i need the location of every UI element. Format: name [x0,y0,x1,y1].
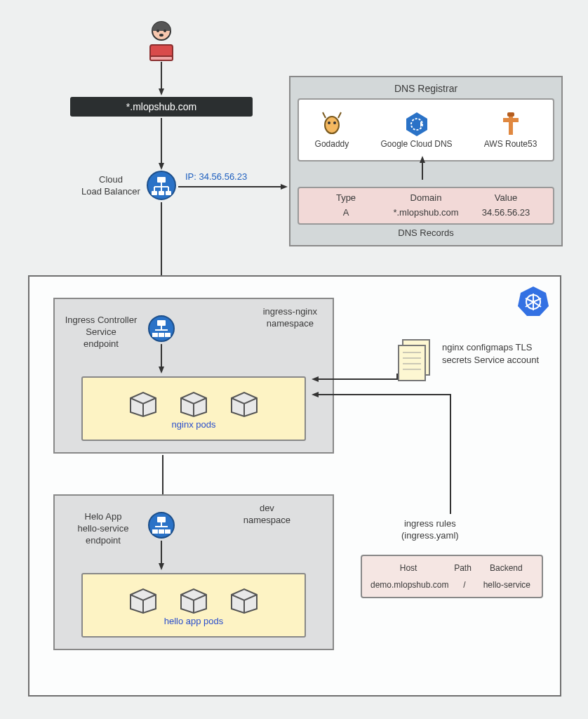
svg-marker-51 [159,367,164,374]
svg-point-2 [163,29,166,32]
dns-registrar-panel: DNS Registrar Godaddy Google Cloud DNS [289,76,563,246]
config-docs-icon [394,338,434,387]
domain-bar-text: *.mlopshub.com [126,101,196,112]
svg-marker-21 [281,184,288,190]
svg-rect-59 [399,345,425,381]
arrow-domain-to-lb [159,118,164,170]
svg-marker-64 [312,376,319,382]
ip-label: IP: 34.56.56.23 [185,171,247,182]
cloud-lb-label: Cloud Load Balancer [76,174,146,198]
svg-point-26 [333,121,336,124]
svg-rect-17 [152,191,157,195]
dns-registrar-title: DNS Registrar [298,83,554,94]
ns1-service-icon [147,315,175,345]
ing-hdr-host: Host [370,563,446,573]
user-at-laptop-icon [143,20,180,62]
svg-rect-11 [157,177,166,183]
dns-records-table: Type Domain Value A *.mlopshub.com 34.56… [298,187,554,225]
svg-marker-27 [406,112,427,136]
dev-namespace: dev namespace Helo App hello-service end… [53,494,334,650]
gcloud-dns-icon [403,111,430,136]
svg-marker-34 [420,156,425,163]
svg-point-24 [325,117,339,133]
pod-icon [178,585,209,613]
svg-rect-30 [509,114,513,135]
svg-rect-73 [159,529,164,534]
kubernetes-cluster: ingress-nginx namespace Ingress Controll… [28,275,561,697]
pod-icon [128,585,159,613]
ns1-tag: ingress-nginx namespace [263,306,317,330]
route53-icon [500,111,521,136]
dns-hdr-domain: Domain [386,192,466,203]
svg-rect-72 [152,529,158,534]
ns2-tag: dev namespace [243,503,290,527]
dns-records-header: Type Domain Value [306,192,546,203]
svg-marker-65 [312,392,319,397]
config-docs-label: nginx configmaps TLS secrets Service acc… [442,341,560,367]
svg-rect-49 [165,333,171,337]
svg-rect-74 [165,529,171,534]
domain-bar: *.mlopshub.com [70,97,253,117]
dns-records-row: A *.mlopshub.com 34.56.56.23 [306,207,546,218]
svg-rect-47 [152,333,158,337]
ing-hdr-backend: Backend [479,563,533,573]
arrow-configs-to-pods [310,374,400,390]
arrow-ns2-svc-to-pods [159,541,164,570]
registrar-godaddy: Godaddy [315,111,349,149]
dns-records-title: DNS Records [298,227,554,238]
arrow-ns1-svc-to-pods [159,344,164,374]
kubernetes-icon [518,285,549,318]
ing-row-backend: hello-service [481,580,533,590]
pod-icon [229,585,260,613]
nginx-pods-label: nginx pods [172,419,216,430]
ns2-svc-label: Helo App hello-service endpoint [65,511,142,547]
arrow-user-to-domain [159,62,164,95]
registrar-gcloud-label: Google Cloud DNS [381,139,453,149]
registrar-route53: AWS Route53 [484,111,537,149]
svg-rect-69 [157,517,166,522]
arrow-lb-to-dns [178,184,288,190]
dns-hdr-type: Type [306,192,386,203]
svg-point-1 [156,29,159,32]
dns-rec-type: A [306,207,386,218]
svg-marker-9 [159,163,164,170]
svg-rect-18 [159,191,164,195]
registrar-box: Godaddy Google Cloud DNS AWS Route53 [298,98,554,161]
dns-hdr-value: Value [466,192,546,203]
nginx-pods-box: nginx pods [81,376,306,441]
svg-rect-48 [159,333,164,337]
ing-row-path: / [448,580,480,590]
svg-point-25 [328,121,330,124]
ingress-rules-table: Host Path Backend demo.mlopshub.com / he… [361,555,543,598]
registrar-route53-label: AWS Route53 [484,139,537,149]
registrar-godaddy-label: Godaddy [315,139,349,149]
ingress-nginx-namespace: ingress-nginx namespace Ingress Controll… [53,298,334,454]
godaddy-icon [321,111,342,136]
ns1-svc-label: Ingress Controller Service endpoint [59,315,143,350]
svg-rect-19 [166,191,171,195]
svg-rect-44 [157,320,166,326]
svg-marker-7 [159,88,164,95]
load-balancer-icon [146,170,177,203]
pod-icon [128,388,159,416]
ingress-rules-header: Host Path Backend [370,563,533,573]
svg-rect-31 [503,118,519,122]
ingress-rules-title: ingress rules (ingress.yaml) [401,518,459,542]
ingress-rules-row: demo.mlopshub.com / hello-service [370,580,533,590]
svg-marker-76 [159,563,164,570]
hello-app-pods-box: hello app pods [81,573,306,638]
arrow-records-to-registrar [420,156,425,180]
svg-point-3 [159,34,163,37]
ing-row-host: demo.mlopshub.com [370,580,448,590]
hello-app-pods-label: hello app pods [164,616,224,626]
registrar-gcloud: Google Cloud DNS [381,111,453,149]
pod-icon [178,388,209,416]
svg-rect-5 [150,56,173,60]
svg-rect-32 [507,112,514,117]
ns2-service-icon [147,511,175,541]
pod-icon [229,388,260,416]
dns-rec-domain: *.mlopshub.com [386,207,466,218]
dns-rec-value: 34.56.56.23 [466,207,546,218]
ing-hdr-path: Path [446,563,479,573]
